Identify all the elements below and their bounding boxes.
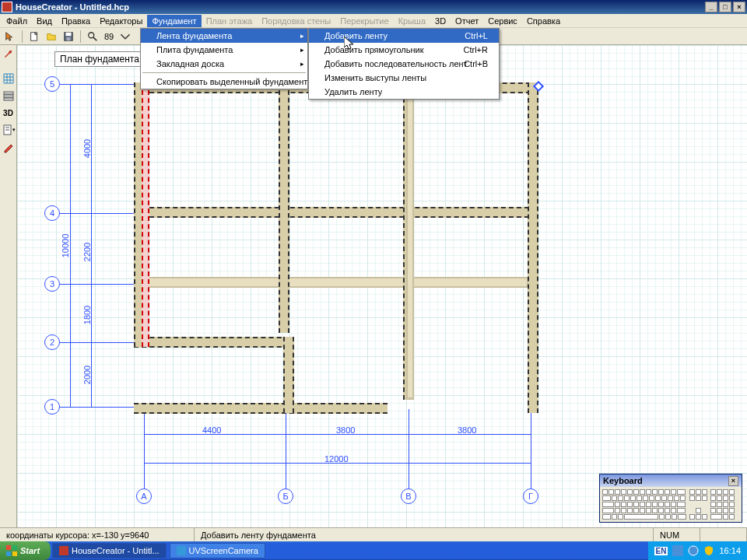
menu-strip-foundation[interactable]: Лента фундамента▸	[141, 29, 307, 43]
menu-overlap[interactable]: Перекрытие	[335, 15, 393, 27]
menu-service[interactable]: Сервис	[483, 15, 522, 27]
strip-submenu: Добавить лентуCtrl+L Добавить прямоуголь…	[308, 28, 500, 100]
app-icon	[177, 546, 186, 555]
app-icon	[2, 2, 12, 12]
plan-title: План фундамента:	[54, 51, 147, 67]
keyboard-window[interactable]: Keyboard ×	[599, 474, 742, 523]
axis-label: Г	[523, 488, 538, 504]
dim-label: 10000	[61, 234, 70, 258]
maximize-button[interactable]: □	[719, 2, 731, 12]
tool-palette: 3D ▾	[0, 45, 17, 527]
menu-roof[interactable]: Крыша	[394, 15, 430, 27]
wrench-icon[interactable]	[2, 47, 16, 61]
menu-file[interactable]: Файл	[2, 15, 32, 27]
start-button[interactable]: Start	[0, 541, 51, 560]
close-button[interactable]: ×	[733, 2, 745, 12]
menu-copy-foundation[interactable]: Скопировать выделенный фундамент	[141, 75, 307, 89]
menu-walls[interactable]: Порядовка стены	[257, 15, 335, 27]
menu-report[interactable]: Отчет	[451, 15, 483, 27]
dim-label: 2000	[82, 366, 92, 384]
keyboard-titlebar[interactable]: Keyboard ×	[600, 474, 742, 487]
drawing-canvas[interactable]: План фундамента: 1 2 3 4 5 А Б В Г 10000…	[17, 45, 747, 527]
keyboard-close-button[interactable]: ×	[728, 476, 738, 486]
foundation-menu: Лента фундамента▸ Плита фундамента▸ Закл…	[140, 28, 308, 89]
system-tray[interactable]: EN 16:14	[648, 541, 747, 560]
axis-label: В	[401, 488, 416, 504]
arrow-tool-icon[interactable]	[3, 30, 17, 44]
svg-rect-2	[66, 32, 72, 35]
menu-view[interactable]: Вид	[32, 15, 57, 27]
axis-label: 1	[44, 399, 60, 415]
grid-icon[interactable]	[2, 72, 16, 86]
menubar: Файл Вид Правка Редакторы Фундамент План…	[0, 14, 747, 28]
axis-label: Б	[278, 488, 293, 504]
app-icon	[59, 546, 68, 555]
menu-foundation[interactable]: Фундамент	[147, 15, 201, 27]
document-icon[interactable]: ▾	[2, 123, 16, 137]
tray-icon[interactable]	[672, 545, 683, 556]
keyboard-body	[600, 487, 742, 522]
axis-line	[60, 342, 146, 343]
taskbar: Start HouseCreator - Untitl... UVScreenC…	[0, 541, 747, 560]
start-label: Start	[20, 546, 40, 555]
foundation-plan	[134, 82, 538, 448]
dim-label: 12000	[324, 454, 349, 464]
menu-help[interactable]: Справка	[522, 15, 565, 27]
menu-add-strip[interactable]: Добавить лентуCtrl+L	[309, 29, 499, 43]
windows-flag-icon	[6, 545, 17, 556]
svg-rect-3	[66, 37, 70, 40]
axis-line	[60, 284, 146, 285]
menu-floor[interactable]: План этажа	[202, 15, 257, 27]
new-file-icon[interactable]	[27, 30, 41, 44]
tray-icon[interactable]	[688, 545, 699, 556]
svg-rect-7	[4, 95, 13, 97]
clock[interactable]: 16:14	[719, 546, 741, 555]
titlebar: HouseCreator - Untitled.hcp _ □ ×	[0, 0, 747, 14]
keyboard-title-text: Keyboard	[603, 476, 643, 485]
menu-3d[interactable]: 3D	[430, 15, 451, 27]
status-coords: координаты курсора: x=-130 y=9640	[0, 528, 195, 541]
menu-add-sequence[interactable]: Добавить последовательность лентCtrl+B	[309, 57, 499, 71]
axis-label: 3	[44, 276, 60, 292]
status-hint: Добавить ленту фундамента	[195, 528, 654, 541]
axis-line	[60, 84, 146, 85]
menu-edit[interactable]: Правка	[57, 15, 95, 27]
svg-point-13	[689, 546, 698, 555]
menu-delete-strip[interactable]: Удалить ленту	[309, 85, 499, 99]
dim-label: 4000	[82, 139, 92, 158]
svg-point-4	[89, 32, 94, 37]
menu-plate-foundation[interactable]: Плита фундамента▸	[141, 43, 307, 57]
3d-text-icon[interactable]: 3D	[2, 106, 16, 120]
taskbar-app-housecreator[interactable]: HouseCreator - Untitl...	[52, 543, 166, 558]
statusbar: координаты курсора: x=-130 y=9640 Добави…	[0, 527, 747, 541]
axis-label: 5	[44, 76, 60, 92]
axis-label: 4	[44, 205, 60, 221]
menu-board[interactable]: Закладная доска▸	[141, 57, 307, 71]
axis-label: А	[136, 488, 152, 504]
status-num: NUM	[654, 528, 700, 541]
save-file-icon[interactable]	[61, 30, 75, 44]
open-file-icon[interactable]	[44, 30, 58, 44]
dim-label: 1800	[82, 306, 92, 324]
menu-change-strip[interactable]: Изменить выступы ленты	[309, 71, 499, 85]
layers-icon[interactable]	[2, 89, 16, 103]
svg-rect-8	[4, 98, 13, 100]
menu-editors[interactable]: Редакторы	[95, 15, 147, 27]
dim-label: 2200	[82, 243, 92, 261]
scale-value[interactable]: 89	[103, 32, 115, 41]
minimize-button[interactable]: _	[705, 2, 717, 12]
svg-rect-6	[4, 92, 13, 94]
svg-rect-12	[672, 545, 683, 556]
axis-label: 2	[44, 334, 60, 350]
zoom-tool-icon[interactable]	[86, 30, 100, 44]
svg-line-5	[93, 37, 96, 40]
taskbar-app-uvscreen[interactable]: UVScreenCamera	[170, 543, 265, 558]
axis-line	[60, 407, 146, 408]
menu-add-rect[interactable]: Добавить прямоугольникCtrl+R	[309, 43, 499, 57]
window-title: HouseCreator - Untitled.hcp	[16, 2, 703, 12]
scale-dropdown-icon[interactable]	[118, 30, 132, 44]
pencil-icon[interactable]	[2, 140, 16, 154]
axis-line	[60, 213, 146, 214]
shield-icon[interactable]	[703, 545, 714, 556]
lang-indicator[interactable]: EN	[654, 547, 668, 555]
